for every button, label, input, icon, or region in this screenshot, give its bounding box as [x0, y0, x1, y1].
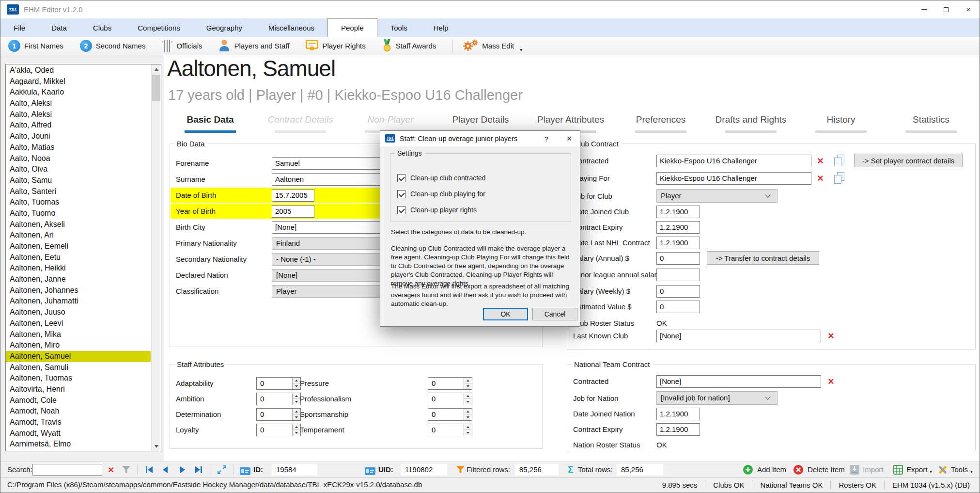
- list-item[interactable]: Aalto, Aleksi: [6, 109, 151, 120]
- list-item[interactable]: Aaltonen, Ari: [6, 230, 151, 241]
- list-item[interactable]: Aalto, Tuomo: [6, 208, 151, 219]
- menu-people[interactable]: People: [327, 18, 377, 37]
- list-item[interactable]: Aaltonen, Leevi: [6, 318, 151, 329]
- transfer-to-contract-button[interactable]: -> Transfer to contract details: [707, 251, 819, 265]
- filter-icon[interactable]: [121, 464, 131, 475]
- checkbox-checked-icon[interactable]: [397, 206, 405, 214]
- spin-up-icon[interactable]: [464, 424, 472, 430]
- spin-up-icon[interactable]: [293, 393, 300, 399]
- list-item[interactable]: Aarnio, Aatu: [6, 450, 151, 451]
- list-item[interactable]: Aamodt, Travis: [6, 417, 151, 428]
- ok-button[interactable]: OK: [483, 308, 528, 320]
- estimated-value-field[interactable]: 0: [656, 301, 700, 313]
- list-item[interactable]: Aaltonen, Eemeli: [6, 241, 151, 252]
- delete-item-button[interactable]: Delete Item: [808, 462, 845, 477]
- list-item[interactable]: Aaltonen, Eetu: [6, 252, 151, 263]
- list-item[interactable]: Aalto, Jouni: [6, 131, 151, 142]
- list-item[interactable]: Aaltonen, Juuso: [6, 307, 151, 318]
- attribute-spinner[interactable]: 0: [428, 408, 472, 421]
- clear-nation-contracted-icon[interactable]: ×: [828, 375, 834, 388]
- tab-statistics[interactable]: Statistics: [886, 113, 976, 136]
- minor-league-salary-field[interactable]: [656, 269, 700, 281]
- set-player-contract-button[interactable]: -> Set player contract details: [854, 154, 963, 167]
- list-item[interactable]: Aalto, Samu: [6, 175, 151, 186]
- tab-history[interactable]: History: [796, 113, 886, 136]
- spin-up-icon[interactable]: [293, 409, 300, 414]
- delete-item-icon[interactable]: [793, 464, 804, 475]
- toolbar-item-first-names[interactable]: 1 First Names: [8, 40, 63, 52]
- list-item[interactable]: Aamodt, Wyatt: [6, 428, 151, 439]
- clear-search-icon[interactable]: ×: [108, 462, 114, 477]
- clear-last-known-club-icon[interactable]: ×: [828, 330, 834, 342]
- search-input[interactable]: [32, 464, 102, 476]
- toolbar-item-staff-awards[interactable]: Staff Awards: [382, 39, 436, 53]
- list-item[interactable]: Aaltonen, Mika: [6, 329, 151, 340]
- list-scrollbar[interactable]: [151, 64, 161, 451]
- attribute-spinner[interactable]: 0: [428, 393, 472, 405]
- attribute-spinner[interactable]: 0: [256, 424, 301, 436]
- spin-up-icon[interactable]: [464, 409, 472, 414]
- year-of-birth-field[interactable]: 2005: [272, 205, 314, 218]
- last-known-club-field[interactable]: [None]: [656, 330, 821, 342]
- date-joined-club-field[interactable]: 1.2.1900: [656, 206, 700, 218]
- add-item-button[interactable]: Add Item: [757, 462, 786, 477]
- list-item[interactable]: Aalto, Santeri: [6, 186, 151, 197]
- clear-playing-for-icon[interactable]: ×: [817, 172, 824, 185]
- uid-value[interactable]: 1190802: [401, 464, 447, 476]
- copy-icon[interactable]: [834, 155, 844, 166]
- list-item[interactable]: Aalto, Oiva: [6, 164, 151, 175]
- list-item[interactable]: A'akla, Oded: [6, 65, 151, 76]
- checkbox-checked-icon[interactable]: [397, 174, 405, 182]
- chevron-down-icon[interactable]: ▾: [930, 469, 932, 474]
- spin-up-icon[interactable]: [464, 393, 472, 399]
- list-item[interactable]: Aaltonen, Heikki: [6, 263, 151, 274]
- clear-club-contracted-icon[interactable]: ×: [817, 155, 824, 167]
- list-item[interactable]: Aaltonen, Juhamatti: [6, 296, 151, 307]
- job-for-club-select[interactable]: Player: [656, 189, 778, 203]
- copy-icon[interactable]: [834, 172, 844, 184]
- menu-geography[interactable]: Geography: [193, 18, 255, 37]
- menu-tools[interactable]: Tools: [377, 18, 420, 37]
- list-item[interactable]: Aalto, Tuomas: [6, 197, 151, 208]
- checkbox-cleanup-club-contracted[interactable]: Clean-up club contracted: [397, 173, 486, 183]
- list-item[interactable]: Aagaard, Mikkel: [6, 76, 151, 87]
- spin-up-icon[interactable]: [293, 378, 300, 383]
- list-item[interactable]: Aaltonen, Tuomas: [6, 373, 151, 384]
- toolbar-item-players-and-staff[interactable]: Players and Staff: [218, 39, 289, 53]
- list-item[interactable]: Aamodt, Cole: [6, 395, 151, 406]
- chevron-down-icon[interactable]: ▾: [970, 469, 973, 474]
- salary-weekly-field[interactable]: 0: [656, 285, 700, 298]
- date-of-birth-field[interactable]: 15.7.2005: [272, 189, 314, 202]
- previous-record-icon[interactable]: [160, 464, 171, 475]
- date-joined-nation-field[interactable]: 1.2.1900: [656, 408, 700, 420]
- spin-down-icon[interactable]: [293, 414, 300, 420]
- id-value[interactable]: 19584: [272, 464, 317, 476]
- dialog-close-button[interactable]: ×: [559, 131, 580, 146]
- scroll-down-icon[interactable]: [152, 442, 161, 451]
- export-icon[interactable]: [893, 464, 903, 475]
- menu-miscellaneous[interactable]: Miscellaneous: [255, 18, 327, 37]
- list-item[interactable]: Aaltovirta, Henri: [6, 384, 151, 395]
- nation-contract-expiry-field[interactable]: 1.2.1900: [656, 423, 700, 436]
- spin-down-icon[interactable]: [464, 399, 472, 405]
- date-last-nhl-contract-field[interactable]: 1.2.1900: [656, 237, 700, 249]
- tools-button[interactable]: Tools: [951, 462, 968, 477]
- list-item[interactable]: Aaltonen, Janne: [6, 274, 151, 285]
- spin-down-icon[interactable]: [293, 399, 300, 405]
- export-button[interactable]: Export: [906, 462, 927, 477]
- toolbar-item-officials[interactable]: Officials: [162, 40, 202, 52]
- toolbar-item-second-names[interactable]: 2 Second Names: [80, 40, 146, 52]
- job-for-nation-select[interactable]: [Invalid job for nation]: [656, 391, 778, 405]
- list-item[interactable]: Aamodt, Noah: [6, 406, 151, 417]
- list-item[interactable]: Aakkula, Kaarlo: [6, 87, 151, 98]
- toolbar-item-player-rights[interactable]: Player Rights: [306, 40, 365, 52]
- tools-icon[interactable]: [937, 464, 948, 475]
- first-record-icon[interactable]: [144, 464, 155, 475]
- list-item[interactable]: Aaltonen, Johannes: [6, 285, 151, 296]
- salary-annual-field[interactable]: 0: [656, 252, 700, 265]
- list-item[interactable]: Aaltonen, Akseli: [6, 219, 151, 230]
- tab-preferences[interactable]: Preferences: [616, 113, 706, 136]
- spin-down-icon[interactable]: [464, 414, 472, 420]
- attribute-spinner[interactable]: 0: [256, 408, 301, 421]
- list-item[interactable]: Aaltonen, Miro: [6, 340, 151, 351]
